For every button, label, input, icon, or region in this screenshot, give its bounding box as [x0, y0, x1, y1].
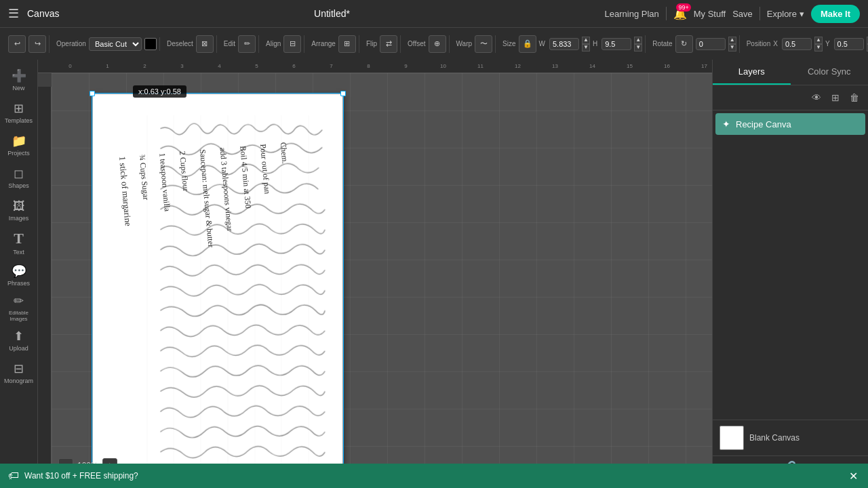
height-label: H: [593, 40, 597, 47]
sidebar-item-text[interactable]: T Text: [4, 228, 34, 258]
my-stuff-button[interactable]: My Stuff: [694, 9, 726, 19]
shapes-icon: ◻: [14, 166, 24, 181]
sidebar-item-projects[interactable]: 📁 Projects: [4, 130, 34, 160]
arrange-group: Arrange ⊞: [309, 35, 359, 53]
layer-item-name: Recipe Canva: [736, 119, 791, 129]
ruler-top: 0 1 2 3 4 5 6 7 8 9 10 11 12 13 14 15 16…: [38, 60, 712, 73]
ruler-tick-15: 15: [611, 63, 648, 69]
sidebar-item-upload[interactable]: ⬆ Upload: [4, 325, 34, 355]
blank-canvas-thumbnail: [719, 426, 744, 450]
ruler-tick-6: 6: [275, 63, 313, 69]
ruler-tick-10: 10: [425, 63, 462, 69]
arrange-label: Arrange: [311, 40, 336, 47]
doc-title[interactable]: Untitled*: [314, 8, 350, 19]
sidebar-text-label: Text: [13, 249, 24, 256]
layer-item-icon: ✦: [722, 119, 730, 129]
menu-icon[interactable]: ☰: [8, 6, 19, 21]
svg-text:¾ Cups Sugar: ¾ Cups Sugar: [138, 155, 151, 201]
plus-icon: ➕: [12, 68, 26, 83]
color-swatch[interactable]: [144, 38, 157, 50]
width-label: W: [539, 40, 545, 47]
width-up-button[interactable]: ▲: [582, 37, 590, 44]
sidebar-item-images[interactable]: 🖼 Images: [4, 195, 34, 225]
height-down-button[interactable]: ▼: [634, 44, 642, 52]
rotate-button[interactable]: ↻: [675, 35, 693, 53]
arrange-button[interactable]: ⊞: [338, 35, 356, 53]
right-panel: Layers Color Sync 👁 ⊞ 🗑 ✦ Recipe Canva B…: [712, 60, 868, 488]
make-it-button[interactable]: Make It: [811, 5, 860, 23]
handwriting-svg: 1 stick of margarine ¾ Cups Sugar 1 teas…: [93, 94, 342, 480]
ruler-tick-13: 13: [536, 63, 574, 69]
svg-text:Boil 4/5 min at 350: Boil 4/5 min at 350: [238, 146, 253, 209]
ruler-tick-7: 7: [313, 63, 350, 69]
sidebar-item-phrases[interactable]: 💬 Phrases: [4, 260, 34, 290]
x-input[interactable]: [782, 38, 812, 50]
edit-button[interactable]: ✏: [238, 35, 256, 53]
layers-list: ✦ Recipe Canva: [713, 110, 868, 420]
phrases-icon: 💬: [12, 264, 26, 279]
main-area: ➕ New ⊞ Templates 📁 Projects ◻ Shapes 🖼 …: [0, 60, 868, 488]
promo-close-button[interactable]: ✕: [846, 469, 860, 483]
svg-text:2 Cups flour: 2 Cups flour: [178, 150, 191, 192]
canvas-paper[interactable]: 1 stick of margarine ¾ Cups Sugar 1 teas…: [92, 94, 343, 480]
ruler-top-inner: 0 1 2 3 4 5 6 7 8 9 10 11 12 13 14 15 16…: [52, 60, 712, 73]
sidebar-shapes-label: Shapes: [8, 182, 29, 189]
tab-layers[interactable]: Layers: [713, 60, 791, 85]
explore-button[interactable]: Explore ▾: [767, 9, 804, 19]
canvas-scroll-area[interactable]: 1 stick of margarine ¾ Cups Sugar 1 teas…: [38, 73, 712, 480]
sidebar-item-monogram[interactable]: ⊟ Monogram: [4, 358, 34, 388]
layer-duplicate-button[interactable]: ⊞: [827, 89, 844, 106]
chevron-down-icon: ▾: [800, 9, 804, 19]
app-title: Canvas: [27, 8, 59, 19]
undo-button[interactable]: ↩: [8, 35, 26, 53]
height-up-button[interactable]: ▲: [634, 37, 642, 44]
layer-visibility-button[interactable]: 👁: [808, 89, 825, 106]
offset-button[interactable]: ⊕: [429, 35, 446, 53]
learning-plan-button[interactable]: Learning Plan: [605, 9, 659, 19]
notifications-button[interactable]: 🔔 99+: [673, 7, 687, 20]
operation-select[interactable]: Basic Cut: [89, 37, 142, 51]
width-input[interactable]: [549, 38, 579, 50]
x-down-button[interactable]: ▼: [814, 44, 823, 52]
rotate-input[interactable]: [696, 38, 726, 50]
notification-badge: 99+: [676, 3, 690, 12]
lock-proportions-button[interactable]: 🔒: [519, 35, 536, 53]
rotate-label: Rotate: [652, 40, 672, 47]
sidebar-monogram-label: Monogram: [4, 378, 33, 384]
templates-icon: ⊞: [14, 101, 24, 116]
deselect-button[interactable]: ⊠: [196, 35, 214, 53]
y-input[interactable]: [834, 38, 864, 50]
ruler-tick-17: 17: [686, 63, 712, 69]
topbar-right: Learning Plan 🔔 99+ My Stuff Save Explor…: [605, 5, 860, 23]
divider: [666, 7, 667, 20]
rotate-group: Rotate ↻ ▲ ▼: [650, 35, 739, 53]
align-button[interactable]: ⊟: [283, 35, 301, 53]
save-button[interactable]: Save: [732, 9, 753, 19]
divider2: [760, 7, 760, 20]
layer-delete-button[interactable]: 🗑: [846, 89, 863, 106]
rotate-down-button[interactable]: ▼: [728, 44, 736, 52]
height-input[interactable]: [601, 38, 631, 50]
canvas-background[interactable]: 1 stick of margarine ¾ Cups Sugar 1 teas…: [52, 73, 712, 480]
sidebar-item-shapes[interactable]: ◻ Shapes: [4, 163, 34, 192]
warp-button[interactable]: 〜: [475, 35, 492, 53]
rotate-up-button[interactable]: ▲: [728, 37, 736, 44]
svg-text:Saucepan: melt sugar & butter: Saucepan: melt sugar & butter: [198, 149, 216, 248]
sidebar-item-new[interactable]: ➕ New: [4, 65, 34, 95]
width-down-button[interactable]: ▼: [582, 44, 590, 52]
flip-button[interactable]: ⇄: [380, 35, 397, 53]
operation-group: Operation Basic Cut: [54, 37, 160, 51]
right-panel-tabs: Layers Color Sync: [713, 60, 868, 85]
tab-color-sync[interactable]: Color Sync: [791, 60, 869, 85]
x-up-button[interactable]: ▲: [814, 37, 823, 44]
layer-item-recipe-canva[interactable]: ✦ Recipe Canva: [715, 113, 865, 135]
sidebar-item-editable-images[interactable]: ✏ Editable Images: [4, 293, 34, 323]
ruler-tick-3: 3: [163, 63, 201, 69]
promo-text: Want $10 off + FREE shipping?: [24, 471, 841, 481]
flip-label: Flip: [366, 40, 377, 47]
topbar-center: Untitled*: [70, 8, 593, 19]
sidebar-item-templates[interactable]: ⊞ Templates: [4, 98, 34, 127]
ruler-tick-2: 2: [126, 63, 163, 69]
redo-button[interactable]: ↪: [28, 35, 46, 53]
operation-label: Operation: [56, 40, 86, 47]
